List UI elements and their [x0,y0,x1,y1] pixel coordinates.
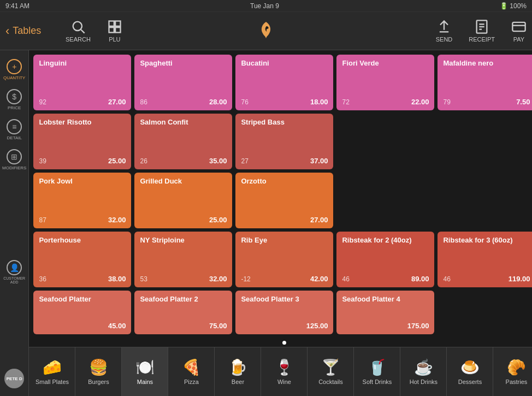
top-center-icons: SEARCH PLU [66,19,122,43]
menu-item[interactable]: Striped Bass 27 37.00 [235,114,333,169]
back-chevron-icon: ‹ [5,24,9,38]
category-icon: ☕ [414,358,433,376]
menu-item[interactable]: Ribsteak for 2 (40oz) 46 89.00 [336,232,434,287]
menu-item[interactable]: Spaghetti 86 28.00 [134,55,232,110]
search-label: SEARCH [66,36,91,43]
category-item-pizza[interactable]: 🍕 Pizza [168,347,215,396]
category-label: Small Plates [36,379,69,385]
back-to-tables[interactable]: ‹ Tables [5,24,60,38]
menu-item[interactable]: Seafood Platter 3 125.00 [235,291,333,334]
menu-item-name: Spaghetti [140,59,227,68]
user-avatar[interactable]: PETE D [4,369,24,388]
menu-item-name: Rib Eye [241,236,328,245]
category-icon: 🧀 [43,358,62,376]
customer-add-label: CUSTOMERADD [3,276,25,284]
status-day: Tue Jan 9 [250,2,279,10]
quantity-btn[interactable]: + QUANTITY [0,55,28,85]
svg-point-0 [73,22,82,31]
receipt-button[interactable]: RECEIPT [469,19,495,43]
menu-item-price: 28.00 [209,98,227,106]
pay-button[interactable]: PAY [511,19,527,43]
grid-area: Linguini 92 27.00 Spaghetti 86 28.00 Buc… [29,50,532,396]
left-sidebar: + QUANTITY $ PRICE ≡ DETAIL ⊞ MODIFIERS … [0,50,29,396]
category-item-mains[interactable]: 🍽️ Mains [122,347,168,396]
category-item-desserts[interactable]: 🍮 Desserts [447,347,493,396]
menu-item-price: 89.00 [411,275,429,283]
modifiers-label: MODIFIERS [2,166,26,170]
category-item-small-plates[interactable]: 🧀 Small Plates [29,347,75,396]
plu-button[interactable]: PLU [107,19,122,43]
menu-item[interactable]: Salmon Confit 26 35.00 [134,114,232,169]
menu-item-price: 32.00 [108,216,126,224]
category-bar: 🧀 Small Plates 🍔 Burgers 🍽️ Mains 🍕 Pizz… [29,347,532,396]
category-icon: 🍮 [460,358,480,376]
menu-item-price: 27.00 [108,98,126,106]
menu-item-name: Grilled Duck [140,177,227,186]
menu-item-qty: 26 [140,157,147,165]
menu-item[interactable]: Orzotto 27.00 [235,173,333,228]
detail-icon: ≡ [7,119,22,134]
menu-item[interactable]: Pork Jowl 87 32.00 [33,173,131,228]
menu-item[interactable]: Porterhouse 36 38.00 [33,232,131,287]
send-button[interactable]: SEND [436,19,453,43]
menu-item-qty: 76 [241,98,248,106]
top-right-actions: SEND RECEIPT PAY [436,19,527,43]
back-label: Tables [13,25,41,37]
menu-item[interactable]: Seafood Platter 45.00 [33,291,131,334]
category-item-cocktails[interactable]: 🍸 Cocktails [308,347,354,396]
svg-rect-5 [115,27,120,32]
category-item-burgers[interactable]: 🍔 Burgers [75,347,122,396]
menu-item[interactable]: Seafood Platter 2 75.00 [134,291,232,334]
menu-item-price: 125.00 [306,322,328,330]
price-btn[interactable]: $ PRICE [0,85,28,115]
search-button[interactable]: SEARCH [66,19,91,43]
app-logo [256,20,276,42]
menu-item[interactable]: Rib Eye -12 42.00 [235,232,333,287]
category-label: Soft Drinks [363,379,392,385]
menu-item-qty: 79 [443,98,450,106]
detail-label: DETAIL [7,135,22,140]
category-item-hot-drinks[interactable]: ☕ Hot Drinks [400,347,447,396]
menu-item-price: 32.00 [209,275,227,283]
menu-item[interactable]: NY Striploine 53 32.00 [134,232,232,287]
menu-item[interactable]: Linguini 92 27.00 [33,55,131,110]
category-item-wine[interactable]: 🍷 Wine [261,347,308,396]
menu-item[interactable]: Fiori Verde 72 22.00 [336,55,434,110]
menu-item[interactable]: Grilled Duck 25.00 [134,173,232,228]
menu-item-name: Ribsteak for 3 (60oz) [443,236,530,245]
plu-label: PLU [109,36,120,43]
status-battery: 🔋 100% [500,2,527,10]
page-dot-1[interactable] [282,341,286,345]
customer-add-btn[interactable]: 👤 CUSTOMERADD [0,256,28,288]
category-icon: 🍽️ [135,358,155,376]
menu-item-price: 35.00 [209,157,227,165]
svg-rect-10 [512,22,525,31]
page-dots [29,339,532,347]
menu-item-name: Salmon Confit [140,118,227,127]
menu-item-price: 45.00 [108,322,126,330]
menu-item-name: Linguini [39,59,126,68]
menu-item-price: 42.00 [310,275,328,283]
menu-item-name: Seafood Platter 3 [241,295,328,304]
menu-item[interactable]: Bucatini 76 18.00 [235,55,333,110]
menu-item-name: Mafaldine nero [443,59,530,68]
svg-rect-4 [109,27,114,32]
menu-item[interactable]: Seafood Platter 4 175.00 [336,291,434,334]
category-icon: 🍷 [275,358,294,376]
menu-item-price: 22.00 [411,98,429,106]
category-item-soft-drinks[interactable]: 🥤 Soft Drinks [354,347,400,396]
category-item-beer[interactable]: 🍺 Beer [215,347,261,396]
menu-item[interactable]: Mafaldine nero 79 7.50 [438,55,532,110]
modifiers-btn[interactable]: ⊞ MODIFIERS [0,145,28,175]
menu-item[interactable]: Ribsteak for 3 (60oz) 46 119.00 [438,232,532,287]
category-item-pastries[interactable]: 🥐 Pastries [493,347,532,396]
detail-btn[interactable]: ≡ DETAIL [0,115,28,145]
category-label: Desserts [458,379,482,385]
menu-item-qty: 87 [39,216,46,224]
menu-item[interactable]: Lobster Risotto 39 25.00 [33,114,131,169]
menu-item-name: Pork Jowl [39,177,126,186]
menu-item-qty: 92 [39,98,46,106]
customer-add-icon: 👤 [7,260,22,275]
category-label: Pastries [506,379,528,385]
category-icon: 🍔 [89,358,108,376]
